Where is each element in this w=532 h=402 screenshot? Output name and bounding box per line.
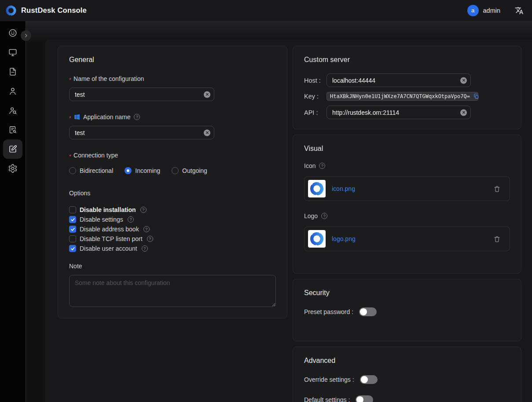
host-label: Host : — [304, 77, 327, 84]
app-title: RustDesk Console — [21, 6, 87, 15]
connection-type-label: * Connection type — [69, 152, 276, 159]
brand: RustDesk Console — [5, 5, 87, 16]
help-icon[interactable]: ? — [143, 226, 150, 232]
preset-password-label: Preset password : — [304, 308, 353, 315]
note-label: Note — [69, 263, 276, 270]
logo-file-link[interactable]: logo.png — [332, 235, 356, 242]
logo-thumbnail — [308, 230, 326, 248]
visual-title: Visual — [304, 145, 510, 153]
smiley-icon — [8, 28, 18, 38]
checkbox-disable-installation[interactable]: Disable installation ? — [69, 206, 276, 213]
sidebar-item-custom-clients[interactable] — [3, 139, 22, 159]
connection-type-group: Bidirectional Incoming Outgoing — [69, 167, 276, 174]
api-label: API : — [304, 109, 327, 116]
help-icon[interactable]: ? — [147, 236, 153, 242]
radio-bidirectional[interactable]: Bidirectional — [69, 167, 113, 174]
username[interactable]: admin — [483, 7, 501, 14]
options-label: Options — [69, 190, 276, 197]
general-title: General — [69, 56, 276, 64]
document-user-icon — [8, 125, 18, 135]
visual-card: Visual Icon ? icon.png — [293, 135, 521, 274]
checkbox-disable-settings[interactable]: Disable settings ? — [69, 216, 276, 223]
content-surface: General * Name of the configuration * — [45, 39, 532, 402]
app-name-label: * Application name ? — [69, 113, 276, 121]
override-settings-toggle[interactable] — [360, 375, 378, 384]
icon-thumbnail — [308, 180, 326, 197]
clear-app-name-icon[interactable] — [204, 129, 210, 136]
clear-api-icon[interactable] — [460, 109, 467, 116]
note-textarea[interactable] — [69, 275, 276, 307]
preset-password-toggle[interactable] — [359, 307, 377, 316]
checkbox-disable-address-book[interactable]: Disable address book ? — [69, 226, 276, 233]
sidebar-item-settings[interactable] — [3, 159, 22, 178]
sidebar-expand-button[interactable] — [21, 30, 31, 41]
monitor-icon — [8, 48, 18, 57]
icon-label: Icon ? — [304, 162, 510, 169]
top-header: RustDesk Console a admin — [0, 0, 532, 21]
user-icon — [8, 86, 18, 96]
advanced-card: Advanced Override settings : Default set… — [293, 347, 521, 402]
gear-icon — [8, 164, 18, 173]
copy-icon[interactable] — [473, 93, 479, 99]
security-card: Security Preset password : — [293, 279, 521, 341]
options-list: Disable installation ? Disable settings … — [69, 206, 276, 252]
help-icon[interactable]: ? — [134, 114, 140, 120]
api-input[interactable] — [327, 106, 471, 119]
user-search-icon — [8, 106, 18, 115]
sidebar-item-address-books[interactable] — [3, 120, 22, 139]
config-name-label: * Name of the configuration — [69, 75, 276, 82]
checkbox-disable-user-account[interactable]: Disable user account ? — [69, 245, 276, 252]
trash-icon[interactable] — [493, 235, 501, 243]
translate-icon[interactable] — [514, 6, 524, 15]
custom-server-title: Custom server — [304, 56, 510, 64]
clear-config-name-icon[interactable] — [204, 91, 210, 98]
help-icon[interactable]: ? — [142, 245, 148, 252]
icon-file-link[interactable]: icon.png — [332, 185, 355, 192]
server-key-chip: HtaXBkJNHyn0e1U1jWXze7A7CN7QTGWqxkOtpaVp… — [327, 92, 478, 101]
help-icon[interactable]: ? — [128, 216, 134, 223]
host-input[interactable] — [327, 73, 471, 87]
sidebar-item-users[interactable] — [3, 81, 22, 101]
rustdesk-logo-icon — [309, 181, 324, 196]
radio-outgoing[interactable]: Outgoing — [172, 167, 207, 174]
default-settings-label: Default settings : — [304, 396, 350, 402]
edit-icon — [8, 144, 18, 154]
sidebar-nav — [0, 21, 26, 402]
config-name-input[interactable] — [69, 88, 214, 101]
sidebar-item-dashboard[interactable] — [3, 23, 22, 43]
sidebar-item-audit[interactable] — [3, 62, 22, 81]
general-card: General * Name of the configuration * — [58, 46, 287, 318]
advanced-title: Advanced — [304, 357, 510, 365]
radio-incoming[interactable]: Incoming — [125, 167, 160, 174]
windows-icon — [73, 113, 81, 121]
rustdesk-logo-icon — [5, 5, 17, 16]
clear-host-icon[interactable] — [460, 77, 467, 84]
help-icon[interactable]: ? — [140, 207, 147, 213]
trash-icon[interactable] — [493, 185, 501, 193]
override-settings-label: Override settings : — [304, 376, 354, 383]
sidebar-item-devices[interactable] — [3, 43, 22, 62]
sidebar-item-groups[interactable] — [3, 101, 22, 120]
help-icon[interactable]: ? — [319, 163, 325, 169]
main-area: General * Name of the configuration * — [26, 21, 532, 402]
chevron-right-icon — [23, 33, 29, 39]
help-icon[interactable]: ? — [321, 213, 327, 219]
key-label: Key : — [304, 93, 327, 100]
server-key-value: HtaXBkJNHyn0e1U1jWXze7A7CN7QTGWqxkOtpaVp… — [330, 93, 470, 99]
user-avatar[interactable]: a — [467, 5, 479, 16]
security-title: Security — [304, 289, 510, 297]
custom-server-card: Custom server Host : Key : HtaXBkJNHyn0e… — [293, 46, 521, 129]
document-icon — [8, 67, 18, 77]
rustdesk-logo-icon — [309, 231, 324, 246]
default-settings-toggle[interactable] — [356, 395, 373, 402]
checkbox-disable-tcp-listen-port[interactable]: Disable TCP listen port ? — [69, 235, 276, 242]
app-name-input[interactable] — [69, 126, 214, 139]
icon-file-row: icon.png — [304, 176, 510, 201]
logo-file-row: logo.png — [304, 227, 510, 251]
logo-label: Logo ? — [304, 212, 510, 219]
